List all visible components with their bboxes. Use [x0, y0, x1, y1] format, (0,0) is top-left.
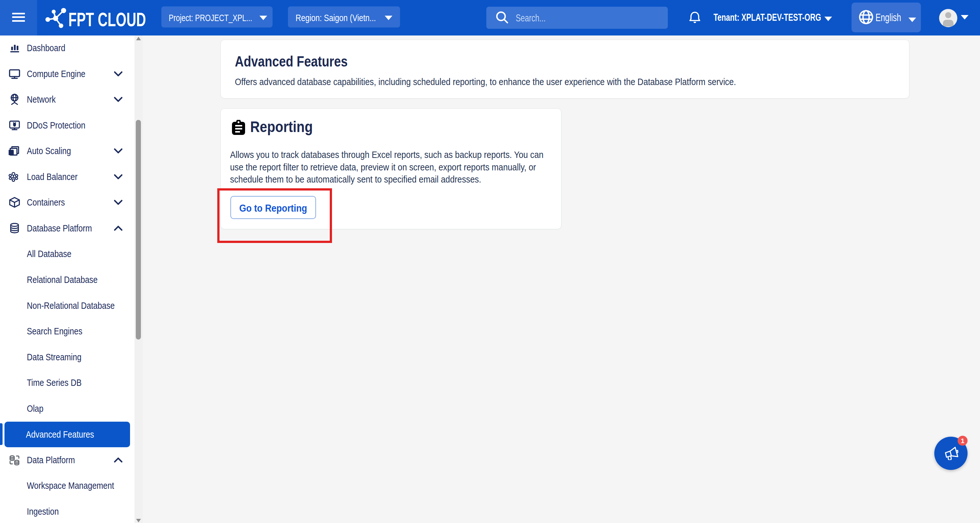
svg-text:FPT CLOUD: FPT CLOUD — [68, 9, 146, 30]
